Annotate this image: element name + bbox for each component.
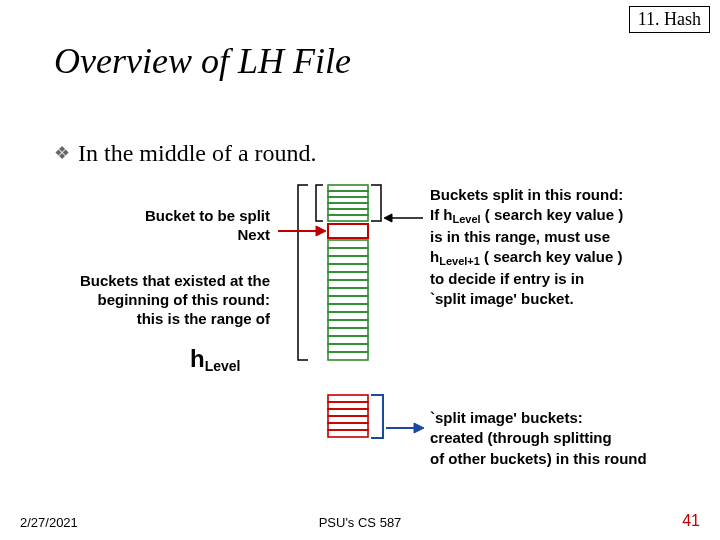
svg-rect-25 bbox=[328, 423, 368, 430]
label-line: Buckets that existed at the bbox=[80, 272, 270, 289]
svg-rect-15 bbox=[328, 312, 368, 320]
line: `split image' bucket. bbox=[430, 290, 574, 307]
svg-rect-0 bbox=[328, 185, 368, 191]
svg-rect-13 bbox=[328, 296, 368, 304]
svg-rect-20 bbox=[328, 352, 368, 360]
line: `split image' buckets: bbox=[430, 409, 583, 426]
svg-rect-16 bbox=[328, 320, 368, 328]
line: of other buckets) in this round bbox=[430, 450, 647, 467]
right-bracket-top bbox=[371, 185, 381, 221]
bullet-line: ❖In the middle of a round. bbox=[54, 140, 317, 167]
svg-rect-8 bbox=[328, 256, 368, 264]
svg-rect-18 bbox=[328, 336, 368, 344]
right-bracket-bottom bbox=[371, 395, 383, 438]
svg-rect-17 bbox=[328, 328, 368, 336]
svg-rect-2 bbox=[328, 197, 368, 203]
arrow-next bbox=[278, 226, 326, 236]
label-bucket-next: Bucket to be split Next bbox=[60, 207, 270, 245]
svg-rect-5 bbox=[328, 215, 368, 221]
svg-rect-4 bbox=[328, 209, 368, 215]
svg-rect-10 bbox=[328, 272, 368, 280]
line: Buckets split in this round: bbox=[430, 186, 623, 203]
line: is in this range, must use bbox=[430, 228, 610, 245]
h-sub: Level bbox=[453, 213, 481, 225]
svg-marker-32 bbox=[414, 423, 424, 433]
line: ( search key value ) bbox=[481, 206, 624, 223]
svg-rect-7 bbox=[328, 248, 368, 256]
svg-rect-14 bbox=[328, 304, 368, 312]
line: to decide if entry is in bbox=[430, 270, 584, 287]
h-sub: Level+1 bbox=[439, 255, 480, 267]
page-title: Overview of LH File bbox=[54, 40, 351, 82]
line: created (through splitting bbox=[430, 429, 612, 446]
label-line: this is the range of bbox=[137, 310, 270, 327]
h-sub: Level bbox=[205, 358, 241, 374]
label-existing-buckets: Buckets that existed at the beginning of… bbox=[18, 272, 270, 328]
h-level-symbol: hLevel bbox=[190, 345, 240, 374]
left-bracket-top bbox=[316, 185, 323, 221]
bullet-icon: ❖ bbox=[54, 143, 70, 163]
footer-course: PSU's CS 587 bbox=[0, 515, 720, 530]
svg-rect-26 bbox=[328, 430, 368, 437]
svg-rect-1 bbox=[328, 191, 368, 197]
svg-rect-24 bbox=[328, 416, 368, 423]
arrow-top-right bbox=[384, 214, 423, 222]
top-green-slab bbox=[328, 185, 368, 221]
h-char: h bbox=[190, 345, 205, 372]
line: If bbox=[430, 206, 443, 223]
svg-rect-19 bbox=[328, 344, 368, 352]
label-line: Bucket to be split bbox=[145, 207, 270, 224]
lh-diagram bbox=[278, 180, 428, 470]
explanation-split-image: `split image' buckets: created (through … bbox=[430, 408, 710, 469]
bottom-red-slab bbox=[328, 395, 368, 437]
h-char: h bbox=[430, 248, 439, 265]
next-bucket bbox=[328, 224, 368, 238]
arrow-bottom-right bbox=[386, 423, 424, 433]
mid-green-slab bbox=[328, 240, 368, 360]
footer-page-number: 41 bbox=[682, 512, 700, 530]
svg-rect-23 bbox=[328, 409, 368, 416]
svg-marker-28 bbox=[316, 226, 326, 236]
left-bracket-range bbox=[298, 185, 308, 360]
line: ( search key value ) bbox=[480, 248, 623, 265]
svg-rect-3 bbox=[328, 203, 368, 209]
svg-marker-30 bbox=[384, 214, 392, 222]
bullet-text: In the middle of a round. bbox=[78, 140, 317, 166]
svg-rect-11 bbox=[328, 280, 368, 288]
label-line: beginning of this round: bbox=[98, 291, 270, 308]
h-char: h bbox=[443, 206, 452, 223]
chapter-tag: 11. Hash bbox=[629, 6, 710, 33]
svg-rect-12 bbox=[328, 288, 368, 296]
svg-rect-22 bbox=[328, 402, 368, 409]
explanation-split-round: Buckets split in this round: If hLevel (… bbox=[430, 185, 710, 310]
svg-rect-9 bbox=[328, 264, 368, 272]
svg-rect-6 bbox=[328, 240, 368, 248]
label-line: Next bbox=[237, 226, 270, 243]
svg-rect-21 bbox=[328, 395, 368, 402]
